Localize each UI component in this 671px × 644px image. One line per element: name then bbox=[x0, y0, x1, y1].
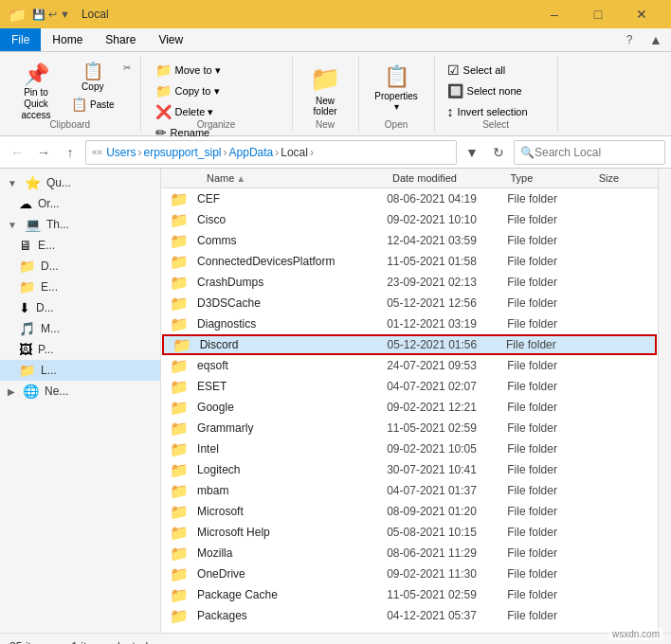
sidebar: ▼ ⭐ Qu... ☁ Or... ▼ 💻 Th... 🖥 E... 📁 D..… bbox=[0, 169, 161, 633]
new-group: 📁 Newfolder New bbox=[293, 56, 359, 132]
search-box[interactable]: 🔍 bbox=[514, 140, 665, 165]
file-row[interactable]: 📁 Package Cache 11-05-2021 02:59 File fo… bbox=[161, 584, 658, 605]
desktop-icon: 🖥 bbox=[19, 238, 32, 253]
file-name: Comms bbox=[197, 234, 387, 247]
ribbon-help-button[interactable]: ? bbox=[618, 28, 641, 51]
column-name[interactable]: Name ▲ bbox=[161, 172, 392, 184]
invert-label: Invert selection bbox=[458, 106, 528, 117]
file-row[interactable]: 📁 Microsoft Help 05-08-2021 10:15 File f… bbox=[161, 522, 658, 543]
file-row[interactable]: 📁 D3DSCache 05-12-2021 12:56 File folder bbox=[161, 293, 658, 313]
column-date[interactable]: Date modified bbox=[392, 172, 510, 184]
sidebar-scrollbar[interactable] bbox=[658, 169, 671, 633]
file-date: 11-05-2021 01:58 bbox=[387, 255, 507, 268]
maximize-button[interactable]: □ bbox=[576, 0, 620, 28]
file-row[interactable]: 📁 Comms 12-04-2021 03:59 File folder bbox=[161, 230, 658, 251]
breadcrumb-users[interactable]: Users bbox=[106, 146, 136, 159]
sidebar-item-desktop[interactable]: 🖥 E... bbox=[0, 235, 160, 256]
sidebar-item-this-pc[interactable]: ▼ 💻 Th... bbox=[0, 214, 160, 235]
tab-share[interactable]: Share bbox=[94, 28, 147, 51]
file-row[interactable]: 📁 ESET 04-07-2021 02:07 File folder bbox=[161, 376, 658, 397]
cut-button[interactable]: ✂ bbox=[121, 62, 133, 74]
file-type: File folder bbox=[507, 255, 597, 268]
sidebar-item-downloads[interactable]: 📁 E... bbox=[0, 277, 160, 297]
back-button[interactable]: ← bbox=[6, 141, 28, 164]
file-folder-icon: 📁 bbox=[161, 586, 197, 604]
select-all-button[interactable]: ☑ Select all bbox=[443, 60, 550, 80]
file-row[interactable]: 📁 Grammarly 11-05-2021 02:59 File folder bbox=[161, 418, 658, 438]
forward-button[interactable]: → bbox=[32, 141, 55, 164]
file-row[interactable]: 📁 Intel 09-02-2021 10:05 File folder bbox=[161, 438, 658, 459]
file-row[interactable]: 📁 Mozilla 08-06-2021 11:29 File folder bbox=[161, 543, 658, 564]
file-row[interactable]: 📁 OneDrive 09-02-2021 11:30 File folder bbox=[161, 564, 658, 584]
file-row[interactable]: 📁 Cisco 09-02-2021 10:10 File folder bbox=[161, 209, 658, 230]
pin-to-quick-access-button[interactable]: 📌 Pin to Quickaccess bbox=[8, 60, 64, 126]
sidebar-item-pictures[interactable]: 🖼 P... bbox=[0, 339, 160, 360]
file-row[interactable]: 📁 Microsoft 08-09-2021 01:20 File folder bbox=[161, 501, 658, 522]
file-row[interactable]: 📁 eqsoft 24-07-2021 09:53 File folder bbox=[161, 355, 658, 376]
file-row[interactable]: 📁 CEF 08-06-2021 04:19 File folder bbox=[161, 188, 658, 209]
tab-home[interactable]: Home bbox=[41, 28, 94, 51]
file-row[interactable]: 📁 Discord 05-12-2021 01:56 File folder bbox=[162, 334, 657, 355]
file-folder-icon: 📁 bbox=[161, 315, 197, 333]
file-type: File folder bbox=[507, 546, 597, 560]
paste-button[interactable]: 📋 Paste bbox=[66, 94, 119, 115]
minimize-button[interactable]: – bbox=[533, 0, 576, 28]
dl-icon: ⬇ bbox=[19, 300, 30, 315]
move-to-button[interactable]: 📁 Move to ▾ bbox=[149, 60, 284, 80]
file-type: File folder bbox=[507, 609, 597, 622]
downloads-icon: 📁 bbox=[19, 279, 35, 295]
tab-view[interactable]: View bbox=[147, 28, 194, 51]
new-folder-button[interactable]: 📁 Newfolder bbox=[303, 60, 347, 121]
file-row[interactable]: 📁 Packages 04-12-2021 05:37 File folder bbox=[161, 605, 658, 626]
file-type: File folder bbox=[507, 276, 597, 289]
onedrive-icon: ☁ bbox=[19, 196, 32, 211]
select-none-button[interactable]: 🔲 Select none bbox=[443, 80, 550, 101]
this-pc-icon: 💻 bbox=[25, 217, 41, 232]
search-input[interactable] bbox=[535, 146, 671, 159]
column-size[interactable]: Size bbox=[599, 172, 658, 184]
select-none-icon: 🔲 bbox=[447, 83, 463, 98]
file-row[interactable]: 📁 mbam 04-07-2021 01:37 File folder bbox=[161, 480, 658, 501]
ribbon-collapse-button[interactable]: ▲ bbox=[644, 28, 667, 51]
dropdown-button[interactable]: ▼ bbox=[461, 141, 483, 164]
file-name: Package Cache bbox=[197, 588, 387, 601]
file-folder-icon: 📁 bbox=[161, 565, 197, 583]
window-controls: – □ ✕ bbox=[533, 0, 663, 28]
properties-label: Properties▾ bbox=[374, 91, 418, 112]
selected-count: 1 item selected bbox=[71, 640, 148, 645]
refresh-button[interactable]: ↻ bbox=[487, 141, 510, 164]
search-icon: 🔍 bbox=[520, 146, 535, 159]
status-bar: 35 items 1 item selected bbox=[0, 633, 671, 644]
close-button[interactable]: ✕ bbox=[620, 0, 663, 28]
sidebar-item-local[interactable]: 📁 L... bbox=[0, 360, 160, 381]
file-row[interactable]: 📁 Google 09-02-2021 12:21 File folder bbox=[161, 397, 658, 418]
copy-to-button[interactable]: 📁 Copy to ▾ bbox=[149, 80, 284, 101]
sidebar-downloads-label: E... bbox=[41, 280, 58, 294]
file-date: 11-05-2021 02:59 bbox=[387, 588, 507, 601]
file-row[interactable]: 📁 Diagnostics 01-12-2021 03:19 File fold… bbox=[161, 313, 658, 334]
file-row[interactable]: 📁 ConnectedDevicesPlatform 11-05-2021 01… bbox=[161, 251, 658, 272]
copy-icon: 📋 bbox=[82, 63, 103, 80]
column-type[interactable]: Type bbox=[510, 172, 598, 184]
sidebar-item-onedrive[interactable]: ☁ Or... bbox=[0, 193, 160, 214]
file-folder-icon: 📁 bbox=[161, 378, 197, 396]
new-label: New bbox=[293, 119, 358, 130]
sidebar-item-quick-access[interactable]: ▼ ⭐ Qu... bbox=[0, 172, 160, 193]
sidebar-item-dl[interactable]: ⬇ D... bbox=[0, 297, 160, 318]
file-date: 09-02-2021 12:21 bbox=[387, 401, 507, 414]
file-row[interactable]: 📁 Logitech 30-07-2021 10:41 File folder bbox=[161, 459, 658, 480]
sidebar-network-label: Ne... bbox=[45, 385, 68, 398]
file-type: File folder bbox=[507, 380, 597, 393]
file-folder-icon: 📁 bbox=[161, 399, 197, 417]
sidebar-item-documents[interactable]: 📁 D... bbox=[0, 256, 160, 277]
file-name: Intel bbox=[197, 442, 387, 456]
properties-button[interactable]: 📋 Properties▾ bbox=[368, 60, 425, 116]
copy-button[interactable]: 📋 Copy bbox=[66, 60, 119, 94]
sidebar-item-network[interactable]: ▶ 🌐 Ne... bbox=[0, 381, 160, 402]
sidebar-item-music[interactable]: 🎵 M... bbox=[0, 318, 160, 339]
file-date: 09-02-2021 10:05 bbox=[387, 442, 507, 456]
up-button[interactable]: ↑ bbox=[59, 141, 82, 164]
file-row[interactable]: 📁 CrashDumps 23-09-2021 02:13 File folde… bbox=[161, 272, 658, 293]
tab-file[interactable]: File bbox=[0, 28, 41, 51]
file-name: mbam bbox=[197, 484, 387, 497]
